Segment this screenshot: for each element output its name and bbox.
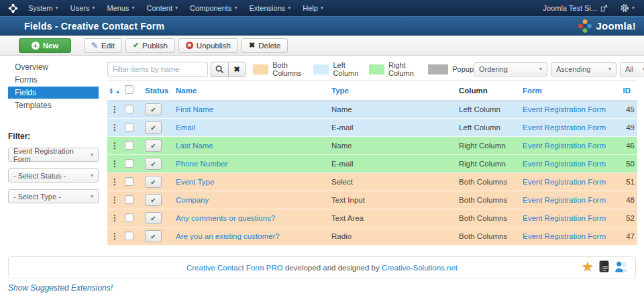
drag-handle[interactable]: ⋮ — [107, 209, 122, 227]
ordering-select[interactable]: Ordering▾ — [474, 62, 547, 77]
left-column-swatch — [313, 64, 329, 74]
star-rating-icon[interactable]: ★ — [582, 260, 594, 273]
chevron-down-icon: ▾ — [91, 152, 93, 158]
field-id: 49 — [614, 119, 637, 137]
type-header[interactable]: Type — [329, 81, 456, 101]
field-name-link[interactable]: Email — [176, 123, 195, 132]
chevron-down-icon: ▾ — [632, 5, 635, 11]
x-icon: ✖ — [249, 41, 255, 50]
row-checkbox[interactable] — [125, 195, 133, 204]
column-legend: Both Columns Left Column Right Column Po… — [253, 61, 474, 77]
direction-select[interactable]: Ascending▾ — [551, 62, 616, 77]
status-toggle[interactable]: ✔ — [145, 176, 162, 188]
menu-help[interactable]: Help▾ — [297, 4, 329, 12]
status-toggle[interactable]: ✔ — [145, 140, 162, 152]
row-checkbox[interactable] — [125, 159, 133, 168]
form-link[interactable]: Event Registration Form — [523, 160, 606, 168]
drag-handle[interactable]: ⋮ — [107, 227, 122, 246]
status-toggle[interactable]: ✔ — [145, 121, 162, 134]
sidebar-item-forms[interactable]: Forms — [8, 74, 99, 86]
drag-handle[interactable]: ⋮ — [107, 101, 122, 119]
footer-icons: ★ — [582, 260, 629, 273]
settings-menu-button[interactable]: ▾ — [613, 3, 637, 13]
filter-row: ✖ Both Columns Left Column Right Column … — [107, 61, 644, 77]
vendor-link[interactable]: Creative-Solutions.net — [382, 264, 458, 272]
menu-components[interactable]: Components▾ — [184, 4, 243, 12]
status-filter-select[interactable]: - Select Status -▾ — [8, 168, 99, 183]
drag-handle[interactable]: ⋮ — [107, 119, 122, 137]
book-docs-icon[interactable] — [598, 260, 610, 273]
drag-handle[interactable]: ⋮ — [107, 173, 122, 191]
form-link[interactable]: Event Registration Form — [523, 214, 606, 222]
form-link[interactable]: Event Registration Form — [523, 232, 606, 240]
sort-asc-icon: ▴ — [117, 89, 119, 95]
chevron-down-icon: ▾ — [92, 5, 95, 11]
legend-right-column: Right Column — [369, 61, 423, 77]
menu-users[interactable]: Users▾ — [64, 4, 101, 12]
drag-handle[interactable]: ⋮ — [107, 191, 122, 209]
form-link[interactable]: Event Registration Form — [523, 105, 606, 113]
form-link[interactable]: Event Registration Form — [523, 142, 606, 150]
sidebar-nav: Overview Forms Fields Templates — [8, 61, 99, 111]
sidebar-item-overview[interactable]: Overview — [8, 61, 99, 73]
field-name-link[interactable]: Event Type — [176, 178, 214, 186]
clear-search-button[interactable]: ✖ — [228, 62, 246, 77]
row-checkbox[interactable] — [125, 232, 133, 240]
drag-handle[interactable]: ⋮ — [107, 137, 122, 155]
field-type: Select — [329, 173, 456, 191]
edit-button[interactable]: ✎ Edit — [84, 38, 122, 53]
support-people-icon[interactable] — [614, 260, 629, 273]
sidebar-item-fields[interactable]: Fields — [8, 87, 99, 99]
form-link[interactable]: Event Registration Form — [523, 196, 606, 204]
field-name-link[interactable]: Are you an existing customer? — [176, 232, 280, 240]
form-header[interactable]: Form — [520, 81, 614, 101]
search-button[interactable] — [211, 62, 228, 77]
field-column: Right Column — [456, 155, 520, 173]
view-site-link[interactable]: Joomla Test Si... — [537, 4, 613, 12]
status-toggle[interactable]: ✔ — [145, 158, 162, 170]
delete-button[interactable]: ✖ Delete — [241, 38, 288, 53]
toolbar: + New ✎ Edit ✔ Publish ✖ Unpublish ✖ Del… — [0, 36, 644, 56]
field-type: Radio — [329, 227, 456, 246]
name-header[interactable]: Name — [173, 81, 329, 101]
check-all-checkbox[interactable] — [125, 85, 133, 94]
publish-button[interactable]: ✔ Publish — [125, 38, 175, 53]
menu-extensions[interactable]: Extensions▾ — [243, 4, 297, 12]
field-type: Text Area — [329, 209, 456, 227]
row-checkbox[interactable] — [125, 141, 133, 150]
type-filter-select[interactable]: - Select Type -▾ — [8, 189, 99, 203]
sidebar-item-templates[interactable]: Templates — [8, 99, 99, 111]
show-suggested-extensions-link[interactable]: Show Suggested Extensions! — [8, 283, 113, 293]
status-toggle[interactable]: ✔ — [145, 194, 162, 206]
product-link[interactable]: Creative Contact Form PRO — [186, 264, 283, 272]
unpublish-button[interactable]: ✖ Unpublish — [178, 38, 238, 53]
menu-system[interactable]: System▾ — [22, 4, 64, 12]
status-header[interactable]: Status — [142, 81, 173, 101]
menu-menus[interactable]: Menus▾ — [101, 4, 140, 12]
field-name-link[interactable]: First Name — [176, 105, 213, 113]
field-column: Left Column — [456, 119, 520, 137]
field-name-link[interactable]: Any comments or questions? — [176, 214, 275, 222]
new-button[interactable]: + New — [19, 38, 71, 53]
drag-handle[interactable]: ⋮ — [107, 155, 122, 173]
field-name-link[interactable]: Phone Number — [176, 160, 227, 168]
row-checkbox[interactable] — [125, 105, 133, 113]
menu-content[interactable]: Content▾ — [141, 4, 184, 12]
row-checkbox[interactable] — [125, 213, 133, 222]
field-name-link[interactable]: Last Name — [176, 142, 213, 150]
id-header[interactable]: ID — [614, 81, 637, 101]
row-checkbox[interactable] — [125, 177, 133, 186]
status-toggle[interactable]: ✔ — [145, 103, 162, 115]
field-name-link[interactable]: Company — [176, 196, 209, 204]
row-checkbox[interactable] — [125, 123, 133, 132]
status-toggle[interactable]: ✔ — [145, 230, 162, 242]
ordering-sort-header[interactable]: ▴▾▴ — [107, 81, 122, 101]
form-filter-select[interactable]: Event Registration Form▾ — [8, 148, 99, 162]
form-link[interactable]: Event Registration Form — [523, 123, 606, 132]
joomla-logo: Joomla! — [578, 19, 636, 34]
status-toggle[interactable]: ✔ — [145, 212, 162, 224]
check-all-header[interactable] — [122, 81, 142, 101]
form-link[interactable]: Event Registration Form — [523, 178, 606, 186]
search-input[interactable] — [107, 62, 208, 77]
limit-select[interactable]: All▾ — [620, 62, 644, 77]
